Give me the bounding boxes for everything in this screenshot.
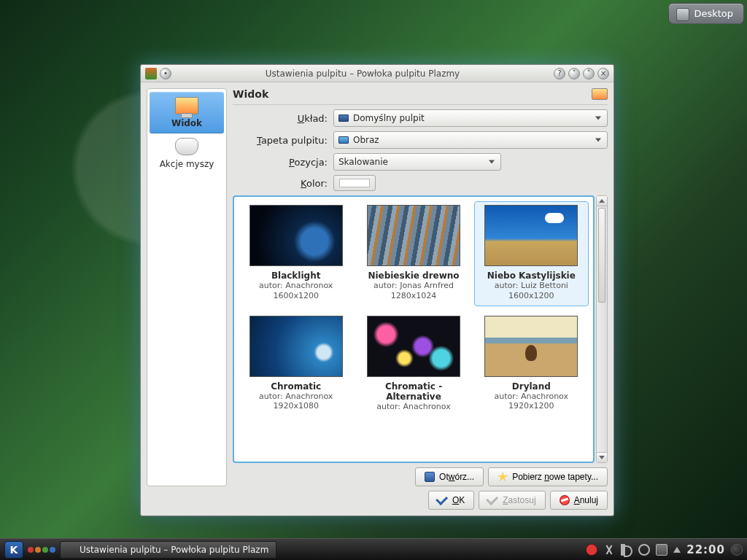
wallpaper-item[interactable]: Niebo Kastylijskieautor: Luiz Bettoni160… [474, 201, 589, 306]
wallpaper-meta: autor: Anachronox1920x1200 [495, 392, 568, 412]
wallpaper-title: Chromatic [271, 381, 321, 392]
titlebar[interactable]: • Ustawienia pulpitu – Powłoka pulpitu P… [141, 65, 614, 82]
clock[interactable]: 22:00 [686, 543, 725, 556]
chevron-down-icon [489, 160, 495, 164]
sidebar-item-label: Akcje myszy [160, 159, 214, 169]
chevron-down-icon [595, 139, 601, 142]
wallpaper-thumb [367, 205, 460, 266]
system-tray: 22:00 [586, 543, 743, 556]
pin-icon[interactable]: • [160, 68, 171, 79]
wallpaper-value: Obraz [353, 135, 379, 145]
wallpaper-label: Tapeta pulpitu: [233, 135, 328, 146]
window-title: Ustawienia pulpitu – Powłoka pulpitu Pla… [171, 69, 554, 79]
taskbar: K Ustawienia pulpitu – Powłoka pulpitu P… [0, 538, 747, 560]
pager-dot[interactable] [50, 547, 55, 553]
wallpaper-thumb [249, 205, 343, 266]
chevron-down-icon [595, 117, 601, 120]
position-value: Skalowanie [338, 157, 388, 167]
form: Układ: Domyślny pulpit Tapeta pulpitu: O… [233, 109, 608, 191]
tray-expand-icon[interactable] [673, 547, 681, 553]
wallpaper-item[interactable]: Blacklightautor: Anachronox1600x1200 [239, 201, 353, 306]
start-button[interactable]: K [4, 541, 23, 559]
wallpaper-title: Dryland [512, 381, 551, 392]
wallpaper-item[interactable]: Chromaticautor: Anachronox1920x1080 [239, 312, 353, 417]
monitor-icon [175, 97, 198, 114]
position-label: Pozycja: [233, 157, 328, 168]
opera-icon[interactable] [586, 544, 597, 556]
apply-button[interactable]: Zastosuj [479, 491, 545, 510]
wallpaper-title: Niebieskie drewno [368, 271, 459, 281]
wallpaper-meta: autor: Anachronox1600x1200 [259, 281, 333, 301]
pager-dot[interactable] [35, 547, 41, 553]
star-icon [498, 472, 508, 482]
desktop-small-icon [338, 114, 349, 122]
task-title: Ustawienia pulpitu – Powłoka pulpitu Pla… [80, 545, 268, 555]
layout-combo[interactable]: Domyślny pulpit [333, 109, 608, 127]
open-button[interactable]: Otwórz... [415, 467, 484, 486]
sidebar: Widok Akcje myszy [147, 88, 227, 486]
dialog-buttons: OK Zastosuj Anuluj [147, 491, 608, 510]
wallpaper-title: Niebo Kastylijskie [487, 271, 576, 281]
klipper-icon[interactable] [603, 544, 615, 556]
heading-thumb-icon [592, 88, 608, 100]
sidebar-item-mouse-actions[interactable]: Akcje myszy [147, 133, 226, 174]
color-label: Kolor: [233, 178, 328, 189]
mouse-icon [175, 138, 198, 155]
window-body: Widok Akcje myszy Widok Układ: [141, 82, 614, 516]
triangle-down-icon [599, 456, 605, 459]
wallpaper-item[interactable]: Niebieskie drewnoautor: Jonas Arnfred128… [356, 201, 471, 306]
wallpaper-item[interactable]: Chromatic - Alternativeautor: Anachronox [356, 312, 471, 417]
layout-value: Domyślny pulpit [353, 113, 425, 123]
wallpaper-thumb [249, 316, 343, 377]
pager-dot[interactable] [42, 547, 48, 553]
get-new-button[interactable]: Pobierz nowe tapety... [488, 467, 608, 486]
floppy-icon [425, 472, 435, 482]
check-icon [436, 493, 448, 505]
wallpaper-item[interactable]: Drylandautor: Anachronox1920x1200 [474, 312, 589, 417]
desktop-toolbox[interactable]: Desktop [668, 3, 744, 24]
color-swatch-inner [339, 179, 370, 187]
main-panel: Widok Układ: Domyślny pulpit Tapeta pulp… [233, 88, 608, 486]
desktop-toolbox-label: Desktop [694, 8, 733, 19]
app-icon [65, 545, 75, 555]
volume-icon[interactable] [621, 544, 632, 556]
color-picker[interactable] [333, 175, 376, 191]
wallpaper-thumb [484, 205, 578, 266]
layout-label: Układ: [233, 113, 328, 124]
check-icon [486, 493, 498, 505]
gallery-buttons: Otwórz... Pobierz nowe tapety... [233, 467, 608, 486]
help-icon[interactable]: ? [554, 68, 565, 79]
wallpaper-title: Chromatic - Alternative [358, 381, 468, 402]
sidebar-item-label: Widok [171, 118, 202, 128]
wallpaper-thumb [484, 316, 578, 377]
show-desktop-icon[interactable] [731, 544, 743, 556]
page-title: Widok [233, 88, 592, 100]
scroll-up-button[interactable] [597, 196, 607, 206]
maximize-icon[interactable]: ˄ [583, 68, 595, 79]
cancel-icon [560, 495, 570, 505]
wallpaper-gallery: Blacklightautor: Anachronox1600x1200Nieb… [233, 195, 595, 463]
network-icon[interactable] [638, 544, 650, 556]
position-combo[interactable]: Skalowanie [333, 153, 501, 171]
wallpaper-meta: autor: Luiz Bettoni1600x1200 [495, 281, 568, 301]
wallpaper-thumb [367, 316, 460, 377]
divider [233, 104, 608, 105]
ok-button[interactable]: OK [428, 491, 474, 510]
minimize-icon[interactable]: ˅ [568, 68, 580, 79]
task-entry[interactable]: Ustawienia pulpitu – Powłoka pulpitu Pla… [60, 541, 276, 559]
scrollbar[interactable] [596, 195, 608, 463]
cancel-button[interactable]: Anuluj [550, 491, 608, 510]
scroll-down-button[interactable] [597, 452, 607, 462]
close-icon[interactable]: × [597, 68, 609, 79]
wallpaper-combo[interactable]: Obraz [333, 131, 608, 149]
image-small-icon [338, 136, 349, 144]
wallpaper-meta: autor: Anachronox1920x1080 [259, 392, 333, 412]
wallpaper-meta: autor: Jonas Arnfred1280x1024 [374, 281, 454, 301]
sidebar-item-view[interactable]: Widok [150, 92, 224, 133]
scroll-thumb[interactable] [598, 208, 605, 303]
device-icon[interactable] [656, 544, 667, 556]
triangle-up-icon [599, 199, 605, 203]
pager[interactable] [28, 547, 55, 553]
wallpaper-title: Blacklight [271, 271, 321, 281]
pager-dot[interactable] [28, 547, 34, 553]
